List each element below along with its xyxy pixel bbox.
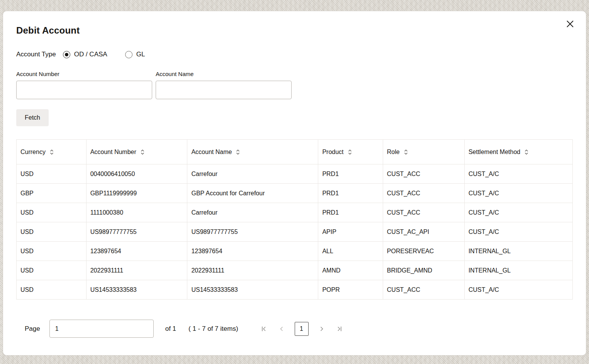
sort-icon <box>236 149 240 156</box>
table-cell: PORESERVEAC <box>383 242 464 261</box>
sort-icon <box>49 149 54 156</box>
table-row[interactable]: USD20229311112022931111AMNDBRIDGE_AMNDIN… <box>17 261 573 280</box>
table-cell: CUST_A/C <box>464 164 572 184</box>
table-cell: CUST_ACC <box>383 164 464 184</box>
table-cell: USD <box>17 280 87 300</box>
column-header-account-number[interactable]: Account Number <box>86 140 187 164</box>
table-cell: CUST_A/C <box>464 280 572 300</box>
table-cell: CUST_AC_API <box>383 222 464 242</box>
table-row[interactable]: USDUS14533333583US14533333583POPRCUST_AC… <box>17 280 573 300</box>
table-cell: POPR <box>318 280 383 300</box>
first-page-icon[interactable] <box>257 322 271 336</box>
items-range-text: ( 1 - 7 of 7 items) <box>188 325 238 333</box>
radio-od-casa[interactable]: OD / CASA <box>63 51 107 58</box>
table-row[interactable]: USD0040006410050CarrefourPRD1CUST_ACCCUS… <box>17 164 573 184</box>
column-header-label: Account Name <box>191 149 232 156</box>
account-name-label: Account Name <box>156 71 292 77</box>
table-header-row: CurrencyAccount NumberAccount NameProduc… <box>17 140 573 164</box>
column-header-account-name[interactable]: Account Name <box>187 140 318 164</box>
pager-controls: 1 <box>257 322 346 336</box>
table-row[interactable]: GBPGBP1119999999GBP Account for Carrefou… <box>17 184 573 203</box>
account-type-row: Account Type OD / CASA GL <box>16 51 573 58</box>
page-of-text: of 1 <box>165 325 176 333</box>
column-header-role[interactable]: Role <box>383 140 464 164</box>
table-cell: PRD1 <box>318 203 383 222</box>
page-label: Page <box>25 325 40 333</box>
fields-row: Account Number Account Name <box>16 71 573 99</box>
table-row[interactable]: USD1111000380CarrefourPRD1CUST_ACCCUST_A… <box>17 203 573 222</box>
fetch-button[interactable]: Fetch <box>16 109 49 126</box>
current-page-indicator[interactable]: 1 <box>295 322 309 336</box>
table-cell: 2022931111 <box>187 261 318 280</box>
radio-icon <box>63 51 70 58</box>
radio-label: GL <box>136 51 145 58</box>
close-icon[interactable] <box>564 17 577 30</box>
table-cell: PRD1 <box>318 164 383 184</box>
table-cell: Carrefour <box>187 203 318 222</box>
table-cell: GBP Account for Carrefour <box>187 184 318 203</box>
column-header-label: Product <box>322 149 343 156</box>
account-number-field-group: Account Number <box>16 71 152 99</box>
table-cell: GBP <box>17 184 87 203</box>
table-cell: CUST_ACC <box>383 184 464 203</box>
table-cell: 123897654 <box>86 242 187 261</box>
table-cell: INTERNAL_GL <box>464 261 572 280</box>
account-name-input[interactable] <box>156 81 292 99</box>
column-header-currency[interactable]: Currency <box>17 140 87 164</box>
sort-icon <box>404 149 408 156</box>
table-cell: ALL <box>318 242 383 261</box>
debit-account-modal: Debit Account Account Type OD / CASA GL … <box>3 11 586 356</box>
account-number-label: Account Number <box>16 71 152 77</box>
table-cell: CUST_ACC <box>383 203 464 222</box>
table-cell: CUST_ACC <box>383 280 464 300</box>
account-name-field-group: Account Name <box>156 71 292 99</box>
table-cell: AMND <box>318 261 383 280</box>
column-header-label: Account Number <box>90 149 136 156</box>
table-cell: INTERNAL_GL <box>464 242 572 261</box>
table-cell: USD <box>17 261 87 280</box>
previous-page-icon[interactable] <box>275 322 289 336</box>
page-title: Debit Account <box>16 25 573 36</box>
table-cell: BRIDGE_AMND <box>383 261 464 280</box>
table-cell: US14533333583 <box>86 280 187 300</box>
table-body: USD0040006410050CarrefourPRD1CUST_ACCCUS… <box>17 164 573 300</box>
table-row[interactable]: USD123897654123897654ALLPORESERVEACINTER… <box>17 242 573 261</box>
table-cell: CUST_A/C <box>464 222 572 242</box>
sort-icon <box>140 149 145 156</box>
table-cell: CUST_A/C <box>464 184 572 203</box>
column-header-label: Role <box>387 149 400 156</box>
table-cell: US98977777755 <box>86 222 187 242</box>
table-cell: 123897654 <box>187 242 318 261</box>
sort-icon <box>524 149 529 156</box>
table-cell: 2022931111 <box>86 261 187 280</box>
radio-gl[interactable]: GL <box>125 51 145 58</box>
table-cell: US98977777755 <box>187 222 318 242</box>
table-cell: 1111000380 <box>86 203 187 222</box>
sort-icon <box>348 149 352 156</box>
table-cell: USD <box>17 164 87 184</box>
table-cell: USD <box>17 242 87 261</box>
table-row[interactable]: USDUS98977777755US98977777755APIPCUST_AC… <box>17 222 573 242</box>
close-x-glyph <box>566 20 574 28</box>
account-number-input[interactable] <box>16 81 152 99</box>
table-cell: PRD1 <box>318 184 383 203</box>
column-header-settlement-method[interactable]: Settlement Method <box>464 140 572 164</box>
table-cell: 0040006410050 <box>86 164 187 184</box>
accounts-table: CurrencyAccount NumberAccount NameProduc… <box>16 139 573 300</box>
pagination-bar: Page of 1 ( 1 - 7 of 7 items) 1 <box>16 320 573 338</box>
table-cell: GBP1119999999 <box>86 184 187 203</box>
table-cell: CUST_A/C <box>464 203 572 222</box>
radio-icon <box>125 51 132 58</box>
account-type-label: Account Type <box>16 51 56 58</box>
column-header-product[interactable]: Product <box>318 140 383 164</box>
table-cell: US14533333583 <box>187 280 318 300</box>
radio-label: OD / CASA <box>74 51 107 58</box>
next-page-icon[interactable] <box>315 322 329 336</box>
table-cell: Carrefour <box>187 164 318 184</box>
table-cell: APIP <box>318 222 383 242</box>
table-cell: USD <box>17 203 87 222</box>
page-number-input[interactable] <box>49 320 154 338</box>
column-header-label: Settlement Method <box>468 149 520 156</box>
last-page-icon[interactable] <box>333 322 346 336</box>
column-header-label: Currency <box>20 149 46 156</box>
